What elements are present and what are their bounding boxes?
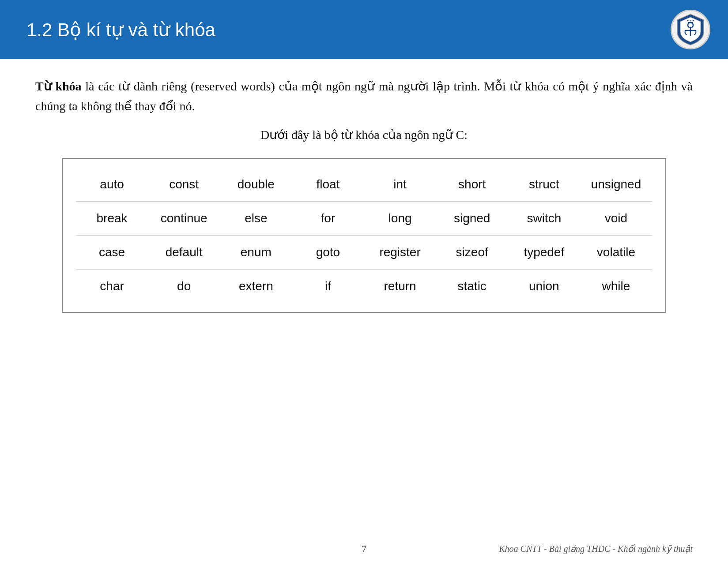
- keyword-do: do: [148, 270, 220, 303]
- keyword-short: short: [436, 168, 508, 202]
- keyword-int: int: [364, 168, 436, 202]
- page-number: 7: [362, 543, 367, 555]
- keyword-signed: signed: [436, 202, 508, 236]
- keyword-volatile: volatile: [580, 236, 652, 270]
- keywords-grid: auto const double float int short struct…: [76, 168, 652, 303]
- keyword-extern: extern: [220, 270, 292, 303]
- keyword-void: void: [580, 202, 652, 236]
- keyword-auto: auto: [76, 168, 148, 202]
- keyword-break: break: [76, 202, 148, 236]
- svg-text:★ ★ ★: ★ ★ ★: [687, 19, 694, 22]
- page-title: 1.2 Bộ kí tự và từ khóa: [26, 19, 215, 41]
- keyword-unsigned: unsigned: [580, 168, 652, 202]
- keyword-return: return: [364, 270, 436, 303]
- footer-caption: Khoa CNTT - Bài giảng THDC - Khối ngành …: [499, 543, 693, 554]
- keyword-long: long: [364, 202, 436, 236]
- keyword-else: else: [220, 202, 292, 236]
- keyword-const: const: [148, 168, 220, 202]
- main-content: Từ khóa là các từ dành riêng (reserved w…: [0, 59, 728, 326]
- keyword-if: if: [292, 270, 364, 303]
- keyword-sizeof: sizeof: [436, 236, 508, 270]
- logo-icon: ★ ★ ★: [673, 12, 708, 47]
- keyword-goto: goto: [292, 236, 364, 270]
- keyword-char: char: [76, 270, 148, 303]
- sub-paragraph: Dưới đây là bộ từ khóa của ngôn ngữ C:: [35, 125, 693, 145]
- keyword-float: float: [292, 168, 364, 202]
- intro-paragraph: Từ khóa là các từ dành riêng (reserved w…: [35, 77, 693, 116]
- keyword-default: default: [148, 236, 220, 270]
- logo: ★ ★ ★: [671, 10, 710, 49]
- keywords-table: auto const double float int short struct…: [62, 158, 666, 313]
- keyword-while: while: [580, 270, 652, 303]
- keyword-typedef: typedef: [508, 236, 580, 270]
- keyword-switch: switch: [508, 202, 580, 236]
- keyword-static: static: [436, 270, 508, 303]
- keyword-union: union: [508, 270, 580, 303]
- keyword-double: double: [220, 168, 292, 202]
- keyword-enum: enum: [220, 236, 292, 270]
- keyword-case: case: [76, 236, 148, 270]
- bold-keyword: Từ khóa: [35, 79, 82, 93]
- intro-text-rest: là các từ dành riêng (reserved words) củ…: [35, 79, 693, 113]
- keyword-for: for: [292, 202, 364, 236]
- keyword-struct: struct: [508, 168, 580, 202]
- keyword-register: register: [364, 236, 436, 270]
- keyword-continue: continue: [148, 202, 220, 236]
- header-bar: 1.2 Bộ kí tự và từ khóa ★ ★ ★: [0, 0, 728, 59]
